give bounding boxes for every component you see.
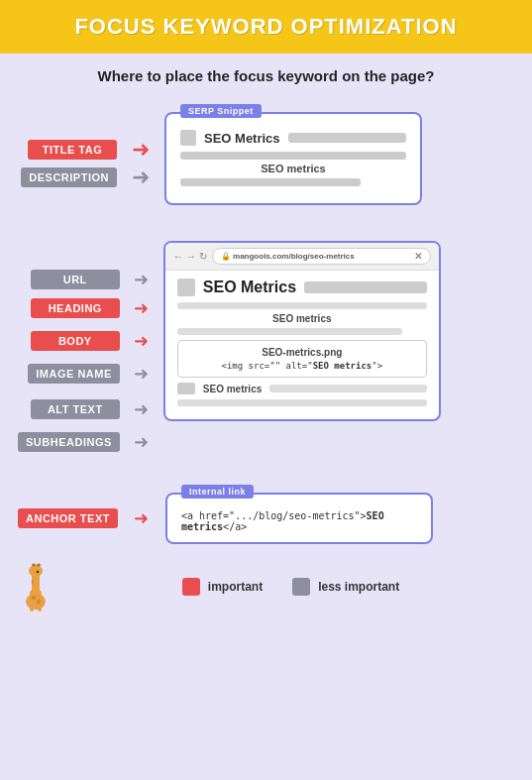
subheadings-arrow-icon: ➜ (134, 433, 149, 451)
svg-rect-12 (30, 606, 34, 612)
serp-desc-bar2 (180, 178, 361, 186)
subheading-row: SEO metrics (177, 383, 427, 394)
anchor-section: ANCHOR TEXT ➜ Internal link <a href="...… (10, 483, 522, 554)
svg-point-3 (29, 565, 43, 577)
serp-box-label: SERP Snippet (180, 104, 262, 118)
serp-arrows: ➜ ➜ (121, 137, 160, 190)
anchor-text-label: ANCHOR TEXT (18, 508, 118, 528)
link-code-bold: SEO metrics (181, 510, 384, 532)
serp-section: TITLE TAG DESCRIPTION ➜ ➜ SERP Snippet (10, 102, 522, 215)
browser-section-inner: URL HEADING BODY IMAGE NAME ALT TEXT SUB… (18, 241, 514, 457)
browser-url-bar: 🔒 mangools.com/blog/seo-metrics ✕ (212, 248, 431, 265)
body-label-row: BODY (31, 326, 120, 356)
url-arrow-row: ➜ (134, 269, 149, 290)
image-name-arrow-row: ➜ (134, 356, 149, 391)
anchor-label-col: ANCHOR TEXT (18, 504, 118, 532)
description-label-row: DESCRIPTION (21, 165, 117, 190)
browser-heading-text: SEO Metrics (203, 279, 296, 296)
heading-label: HEADING (31, 298, 120, 318)
serp-desc-text: SEO metrics (180, 163, 406, 174)
serp-labels: TITLE TAG DESCRIPTION (18, 137, 117, 190)
subheadings-label: SUBHEADINGS (18, 432, 120, 452)
browser-line2 (177, 328, 402, 335)
internal-link-box-label: Internal link (181, 485, 254, 499)
serp-title-bar (288, 133, 406, 143)
page-title: FOCUS KEYWORD OPTIMIZATION (20, 14, 512, 40)
browser-url-text: 🔒 mangools.com/blog/seo-metrics (221, 252, 355, 261)
image-name-label-row: IMAGE NAME (28, 356, 120, 391)
svg-point-6 (32, 580, 35, 584)
serp-title-text: SEO Metrics (204, 131, 280, 146)
legend-row: important less important (0, 562, 532, 615)
title-arrow-icon: ➜ (132, 139, 150, 161)
browser-arrows: ➜ ➜ ➜ ➜ ➜ ➜ (124, 241, 160, 457)
browser-heading-row: SEO Metrics (177, 279, 427, 296)
legend: important less important (65, 566, 516, 612)
title-arrow-row: ➜ (132, 137, 150, 163)
less-important-swatch (292, 578, 310, 596)
browser-close-icon: ✕ (414, 251, 422, 262)
svg-point-4 (32, 596, 37, 600)
body-arrow-row: ➜ (134, 326, 149, 356)
internal-link-box: Internal link <a href=".../blog/seo-metr… (165, 493, 433, 544)
serp-section-inner: TITLE TAG DESCRIPTION ➜ ➜ SERP Snippet (18, 112, 514, 205)
browser-line3 (177, 399, 427, 406)
browser-line1 (177, 302, 427, 309)
subheading-text: SEO metrics (203, 384, 262, 394)
alt-text-label: ALT TEXT (31, 399, 120, 419)
svg-point-5 (37, 600, 41, 605)
subtitle: Where to place the focus keyword on the … (97, 67, 434, 84)
browser-labels: URL HEADING BODY IMAGE NAME ALT TEXT SUB… (18, 241, 120, 457)
svg-rect-13 (38, 606, 42, 612)
heading-arrow-icon: ➜ (134, 299, 149, 317)
browser-section: URL HEADING BODY IMAGE NAME ALT TEXT SUB… (10, 231, 522, 467)
back-icon: ← (173, 251, 183, 262)
serp-favicon (180, 130, 196, 146)
heading-arrow-row: ➜ (134, 290, 149, 326)
body-label: BODY (31, 331, 120, 351)
serp-snippet-box: SERP Snippet SEO Metrics SEO metrics (164, 112, 422, 205)
important-swatch (182, 578, 200, 596)
less-important-legend-item: less important (292, 578, 399, 596)
heading-label-row: HEADING (31, 290, 120, 326)
alt-text-arrow-icon: ➜ (134, 400, 149, 418)
svg-point-9 (32, 564, 36, 567)
browser-nav: ← → ↻ (173, 251, 207, 262)
svg-point-11 (37, 571, 39, 573)
description-label: DESCRIPTION (21, 167, 117, 187)
url-label-row: URL (31, 269, 120, 290)
title-tag-label: TITLE TAG (28, 140, 117, 160)
subheadings-label-row: SUBHEADINGS (18, 427, 120, 457)
forward-icon: → (186, 251, 196, 262)
subheading-icon-bar (177, 383, 195, 394)
link-code: <a href=".../blog/seo-metrics">SEO metri… (181, 510, 417, 532)
image-box: SEO-metrics.png <img src="" alt="SEO met… (177, 340, 427, 378)
serp-desc-bar1 (180, 152, 406, 160)
anchor-section-inner: ANCHOR TEXT ➜ Internal link <a href="...… (18, 493, 514, 544)
image-filename: SEO-metrics.png (186, 347, 418, 358)
anchor-arrow-col: ➜ (122, 509, 161, 527)
image-alt-bold: SEO metrics (313, 361, 372, 371)
serp-title-row: SEO Metrics (180, 130, 406, 146)
header-banner: FOCUS KEYWORD OPTIMIZATION (0, 0, 532, 54)
important-label: important (208, 580, 263, 594)
less-important-label: less important (318, 580, 399, 594)
subheadings-arrow-row: ➜ (134, 427, 149, 457)
image-name-label: IMAGE NAME (28, 364, 120, 384)
important-legend-item: important (182, 578, 263, 596)
image-name-arrow-icon: ➜ (134, 365, 149, 383)
browser-box: ← → ↻ 🔒 mangools.com/blog/seo-metrics ✕ … (163, 241, 441, 421)
image-html-tag: <img src="" alt="SEO metrics"> (186, 361, 418, 371)
browser-body-text: SEO metrics (177, 313, 427, 324)
url-label: URL (31, 270, 120, 289)
main-container: FOCUS KEYWORD OPTIMIZATION Where to plac… (0, 0, 532, 615)
body-arrow-icon: ➜ (134, 332, 149, 350)
svg-point-10 (37, 564, 41, 567)
title-tag-label-row: TITLE TAG (28, 137, 117, 163)
url-arrow-icon: ➜ (134, 271, 149, 288)
alt-text-label-row: ALT TEXT (31, 391, 120, 427)
alt-text-arrow-row: ➜ (134, 391, 149, 427)
refresh-icon: ↻ (199, 251, 207, 262)
browser-address-bar: ← → ↻ 🔒 mangools.com/blog/seo-metrics ✕ (165, 243, 439, 271)
giraffe-icon-area (16, 562, 55, 615)
